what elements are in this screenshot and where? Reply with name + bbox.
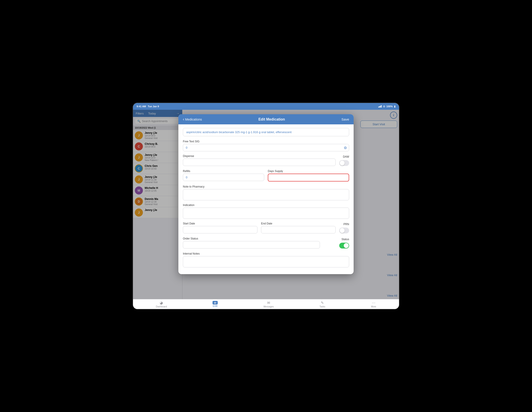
tab-dashboard-label: Dashboard (156, 305, 167, 308)
daw-toggle[interactable] (339, 160, 349, 166)
note-pharmacy-section: Note to Pharmacy (183, 185, 349, 200)
status-field: Status (339, 238, 349, 248)
daw-toggle-thumb (340, 161, 345, 166)
indication-input[interactable] (183, 207, 349, 219)
start-date-input[interactable] (183, 226, 257, 234)
days-supply-label: Days Supply (268, 170, 349, 173)
days-supply-field: Days Supply (268, 170, 349, 181)
date: Tue Jan 9 (148, 105, 159, 108)
order-status-input[interactable] (183, 241, 320, 248)
drug-name-display: aspirin/citric acid/sodium bicarbonate 3… (183, 128, 349, 136)
date-prn-row: Start Date End Date PRN (183, 222, 349, 234)
dashboard-icon: ◕ (160, 301, 163, 305)
status-bar-left: 9:41 AM Tue Jan 9 (137, 105, 159, 108)
overlay-backdrop: ‹ Medications Edit Medication Save aspir… (133, 110, 399, 299)
dispense-field: Dispense (183, 155, 336, 166)
days-supply-input[interactable] (268, 174, 349, 181)
tab-bar: ◕ Dashboard dr EHR ✉ Messages ✎ Tasks ⋯ … (133, 299, 399, 309)
main-layout: Filters Today → 🔍 Search Appointments 10… (133, 110, 399, 299)
messages-icon: ✉ (267, 301, 270, 305)
dispense-input[interactable] (183, 158, 336, 166)
tab-more-label: More (371, 305, 376, 308)
start-date-label: Start Date (183, 222, 257, 225)
dispense-row: Dispense DAW (183, 155, 349, 166)
prn-label: PRN (343, 223, 349, 226)
status-label: Status (342, 238, 349, 241)
tab-ehr-label: EHR (213, 305, 218, 307)
prn-field: PRN (339, 223, 349, 234)
order-status-row: Order Status Status (183, 237, 349, 248)
prn-toggle[interactable] (339, 228, 349, 234)
tab-more[interactable]: ⋯ More (367, 300, 380, 309)
tab-tasks-label: Tasks (320, 305, 325, 308)
ehr-dr-text: dr (214, 301, 216, 304)
refills-days-row: Refills Days Supply (183, 170, 349, 181)
internal-notes-section: Internal Notes (183, 252, 349, 267)
tasks-icon: ✎ (321, 301, 324, 305)
modal-save-button[interactable]: Save (342, 118, 349, 121)
modal-header: ‹ Medications Edit Medication Save (178, 114, 354, 124)
status-bar: 9:41 AM Tue Jan 9 ⊙ 100% ▮ (133, 103, 399, 110)
dispense-label: Dispense (183, 155, 336, 158)
edit-medication-modal: ‹ Medications Edit Medication Save aspir… (178, 114, 354, 274)
end-date-label: End Date (261, 222, 336, 225)
order-status-field: Order Status (183, 237, 336, 248)
refills-input[interactable] (183, 174, 264, 181)
battery-icon: ▮ (394, 105, 395, 108)
status-toggle-thumb (344, 243, 349, 248)
gear-icon[interactable]: ⚙ (344, 146, 347, 150)
status-toggle[interactable] (339, 243, 349, 248)
daw-label: DAW (343, 155, 349, 158)
tab-messages-label: Messages (264, 305, 274, 308)
indication-section: Indication (183, 204, 349, 219)
modal-title: Edit Medication (258, 118, 285, 121)
note-pharmacy-label: Note to Pharmacy (183, 185, 349, 188)
free-text-sig-input[interactable] (183, 144, 349, 151)
tab-tasks[interactable]: ✎ Tasks (316, 300, 329, 309)
chevron-left-icon: ‹ (183, 117, 184, 122)
modal-body: aspirin/citric acid/sodium bicarbonate 3… (178, 124, 354, 274)
wifi-icon: ⊙ (383, 105, 385, 108)
free-text-sig-wrapper: ⚙ (183, 144, 349, 151)
internal-notes-label: Internal Notes (183, 252, 349, 255)
signal-icon (378, 105, 382, 108)
order-status-label: Order Status (183, 237, 336, 240)
prn-toggle-thumb (340, 228, 345, 233)
start-date-field: Start Date (183, 222, 257, 234)
end-date-field: End Date (261, 222, 336, 234)
daw-field: DAW (339, 155, 349, 166)
battery: 100% (386, 105, 393, 108)
time: 9:41 AM (137, 105, 146, 108)
modal-back-button[interactable]: ‹ Medications (183, 117, 202, 122)
internal-notes-input[interactable] (183, 256, 349, 267)
free-text-sig-section: Free Text SIG ⚙ (183, 140, 349, 151)
refills-field: Refills (183, 170, 264, 181)
end-date-input[interactable] (261, 226, 336, 234)
tab-dashboard[interactable]: ◕ Dashboard (152, 300, 171, 309)
status-bar-right: ⊙ 100% ▮ (378, 105, 395, 108)
tab-messages[interactable]: ✉ Messages (260, 300, 277, 309)
note-pharmacy-input[interactable] (183, 189, 349, 200)
tab-ehr[interactable]: dr EHR (209, 300, 221, 308)
refills-label: Refills (183, 170, 264, 173)
indication-label: Indication (183, 204, 349, 207)
ehr-badge: dr (212, 301, 218, 304)
modal-back-label: Medications (185, 118, 202, 121)
free-text-sig-label: Free Text SIG (183, 140, 349, 143)
more-icon: ⋯ (372, 301, 375, 305)
